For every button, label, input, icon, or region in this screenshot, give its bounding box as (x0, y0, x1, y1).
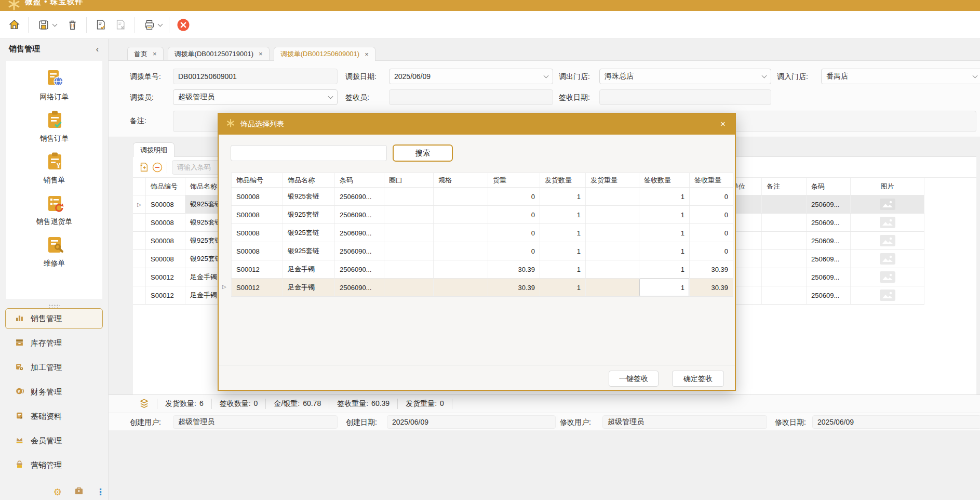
sidebar-item-processing-management[interactable]: 加工管理 (5, 357, 103, 378)
save-dropdown-icon[interactable] (52, 21, 58, 27)
tab-close-icon[interactable]: × (153, 50, 157, 58)
receive-date-field[interactable] (599, 89, 771, 105)
sidebar-shortcut-sales-order[interactable]: 销售订单 (40, 110, 69, 143)
tab-home[interactable]: 首页 × (127, 47, 164, 60)
modify-user-label: 修改用户: (560, 413, 591, 431)
sidebar-shortcut-sales-slip[interactable]: ¥ 销售单 (44, 151, 65, 185)
image-placeholder-icon[interactable] (880, 290, 895, 301)
receive-all-button[interactable]: 一键签收 (609, 371, 659, 387)
row-expander-icon[interactable]: ▷ (137, 202, 141, 207)
image-placeholder-icon[interactable] (880, 217, 895, 228)
sidebar-item-member-management[interactable]: 会员管理 (5, 430, 103, 451)
toolbar-separator (135, 17, 135, 33)
sidebar-item-sales-management[interactable]: 销售管理 (5, 308, 103, 329)
app-window: 微盈 • 珠宝软件 销售管理 (0, 0, 980, 500)
to-store-label: 调入门店: (777, 69, 808, 84)
tab-close-icon[interactable]: × (365, 50, 369, 58)
receiver-field[interactable] (389, 89, 553, 105)
sidebar: 销售管理 ‹ 网络订单 销售订单 ¥ 销售单 (0, 39, 109, 500)
create-user-label: 创建用户: (130, 413, 161, 431)
sidebar-shortcut-repair[interactable]: 维修单 (44, 234, 65, 268)
chevron-down-icon (328, 94, 333, 99)
tab-label: 调拨单(DB001250719001) (174, 49, 253, 59)
sidebar-shortcut-web-order[interactable]: 网络订单 (40, 68, 69, 102)
save-button[interactable] (36, 18, 51, 32)
sidebar-item-label: 基础资料 (31, 412, 62, 422)
create-date-label: 创建日期: (346, 413, 377, 431)
col-header-note: 备注 (762, 178, 807, 195)
sidebar-item-label: 财务管理 (31, 387, 62, 397)
home-button[interactable] (7, 18, 21, 32)
dialog-table-row[interactable]: S00008 银925套链 2506090... 0 1 1 0 (231, 224, 733, 242)
to-store-value: 番禺店 (826, 72, 848, 81)
dialog-titlebar[interactable]: 饰品选择列表 × (219, 114, 735, 135)
sales-order-icon (44, 110, 65, 133)
sidebar-item-inventory-management[interactable]: 库存管理 (5, 333, 103, 353)
settings-gear-icon[interactable]: ⚙ (53, 488, 62, 497)
unaudit-button[interactable] (113, 18, 128, 32)
sidebar-item-marketing-management[interactable]: 营销管理 (5, 455, 103, 476)
create-date-field[interactable] (387, 415, 556, 429)
repair-order-icon (44, 234, 65, 257)
tab-label: 调拨单(DB001250609001) (280, 49, 359, 59)
receiver-label: 签收员: (345, 89, 369, 105)
image-placeholder-icon[interactable] (880, 199, 895, 210)
panel-resize-grip[interactable] (0, 300, 108, 306)
tab-transfer-719001[interactable]: 调拨单(DB001250719001) × (168, 47, 270, 60)
sales-management-icon (15, 313, 24, 324)
close-window-button[interactable] (176, 18, 191, 32)
image-placeholder-icon[interactable] (880, 271, 895, 283)
dialog-table-row[interactable]: S00008 银925套链 2506090... 0 1 1 0 (231, 242, 733, 260)
status-separator (329, 399, 329, 409)
delete-button[interactable] (65, 18, 79, 32)
dialog-footer-divider (219, 365, 735, 365)
receive-qty-edit-cell[interactable]: 1 (639, 279, 690, 296)
transfer-date-select[interactable]: 2025/06/09 (389, 69, 553, 84)
audit-button[interactable] (93, 18, 108, 32)
modify-date-field[interactable] (812, 415, 980, 429)
to-store-select[interactable]: 番禺店 (821, 69, 980, 84)
sidebar-collapse-icon[interactable]: ‹ (93, 45, 102, 54)
dialog-table-row[interactable]: S00012 足金手镯 2506090... 30.39 1 1 30.39 (231, 260, 733, 279)
print-dropdown-icon[interactable] (158, 21, 163, 27)
tab-transfer-detail[interactable]: 调拨明细 (133, 142, 174, 157)
image-placeholder-icon[interactable] (880, 235, 895, 246)
sidebar-shortcut-sales-return[interactable]: 销售退货单 (36, 193, 73, 227)
tab-transfer-609001[interactable]: 调拨单(DB001250609001) × (274, 47, 375, 61)
add-row-icon[interactable] (137, 161, 151, 174)
from-store-select[interactable]: 海珠总店 (599, 69, 771, 84)
col-header-code: 饰品编号 (146, 178, 185, 195)
toolbox-icon[interactable] (74, 486, 84, 497)
operator-label: 调拨员: (130, 89, 154, 105)
base-data-icon (15, 411, 24, 422)
create-user-field[interactable] (173, 415, 338, 429)
sidebar-nav: 销售管理 库存管理 加工管理 ¥ 财务管理 基础资料 会员管理 (0, 308, 108, 476)
dialog-search-button[interactable]: 搜索 (393, 144, 453, 162)
processing-management-icon (15, 362, 24, 373)
remark-label: 备注: (130, 113, 146, 128)
dialog-table-row[interactable]: S00008 银925套链 2506090... 0 1 1 0 (231, 206, 733, 224)
sidebar-item-finance-management[interactable]: ¥ 财务管理 (5, 381, 103, 402)
dialog-logo-icon (226, 119, 235, 130)
dialog-table-row[interactable]: S00008 银925套链 2506090... 0 1 1 0 (231, 188, 733, 206)
status-separator (211, 399, 212, 409)
marketing-management-icon (15, 460, 24, 471)
sidebar-item-label: 销售管理 (31, 314, 62, 324)
modify-user-field[interactable] (602, 415, 767, 429)
dialog-search-input[interactable] (231, 145, 387, 161)
more-options-icon[interactable]: ⋮ (96, 488, 105, 496)
main-toolbar (0, 11, 980, 39)
chevron-down-icon (762, 73, 767, 78)
sidebar-item-base-data[interactable]: 基础资料 (5, 406, 103, 427)
confirm-receive-button[interactable]: 确定签收 (672, 371, 724, 387)
dialog-close-icon[interactable]: × (718, 119, 728, 129)
order-no-field[interactable] (173, 69, 338, 84)
image-placeholder-icon[interactable] (880, 253, 895, 265)
tab-close-icon[interactable]: × (259, 50, 263, 58)
print-button[interactable] (142, 18, 156, 32)
remove-row-icon[interactable] (151, 161, 164, 174)
status-receive-qty: 签收数量:0 (220, 399, 258, 409)
operator-select[interactable]: 超级管理员 (173, 89, 338, 105)
sidebar-shortcut-label: 维修单 (44, 259, 65, 268)
dialog-table-row-active[interactable]: S00012 足金手镯 2506090... 30.39 1 1 30.39 (231, 279, 733, 297)
